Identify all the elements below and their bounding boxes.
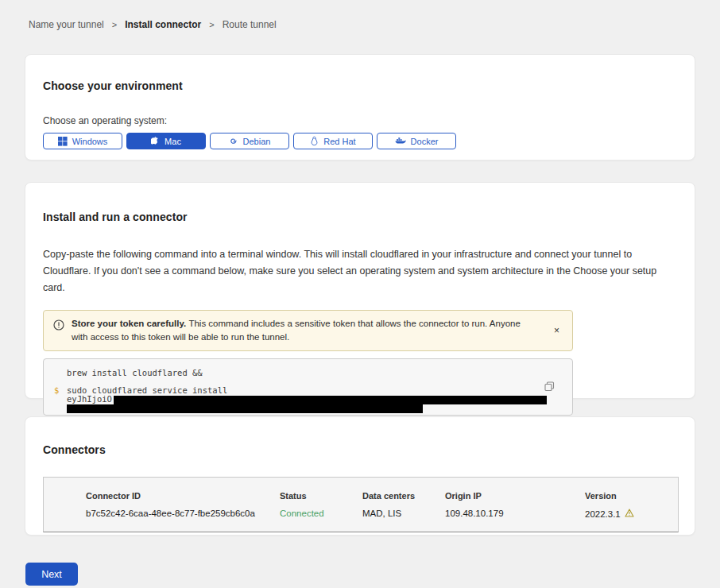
connector-version-cell: 2022.3.1	[585, 509, 678, 519]
alert-close-button[interactable]: ×	[549, 323, 564, 338]
install-command-code-block: $ brew install cloudflared && sudo cloud…	[43, 358, 573, 416]
shell-prompt: $	[54, 385, 59, 395]
token-redaction-bar	[114, 396, 547, 404]
breadcrumb: Name your tunnel > Install connector > R…	[0, 0, 720, 30]
connector-id-value: b7c52c42-6caa-48ee-8c77-fbe259cb6c0a	[86, 509, 280, 519]
debian-icon	[229, 137, 238, 146]
connector-row: b7c52c42-6caa-48ee-8c77-fbe259cb6c0a Con…	[86, 509, 678, 519]
breadcrumb-separator: >	[209, 20, 214, 29]
docker-icon	[395, 137, 406, 145]
os-button-windows[interactable]: Windows	[43, 133, 122, 149]
header-version: Version	[585, 491, 678, 501]
os-select-label: Choose an operating system:	[43, 115, 677, 126]
next-button[interactable]: Next	[25, 563, 78, 586]
windows-icon	[58, 137, 68, 146]
token-redaction-bar	[67, 404, 423, 413]
install-connector-title: Install and run a connector	[43, 211, 677, 223]
connectors-table-header: Connector ID Status Data centers Origin …	[86, 491, 678, 501]
token-prefix: eyJhIjoiO	[67, 394, 112, 404]
apple-icon	[151, 136, 160, 146]
alert-title: Store your token carefully.	[72, 319, 188, 328]
choose-environment-title: Choose your environment	[43, 79, 677, 92]
code-line-token-2	[67, 404, 561, 414]
code-line-brew: brew install cloudflared &&	[67, 369, 561, 377]
copy-command-button[interactable]	[544, 381, 555, 394]
connector-status-value: Connected	[280, 509, 362, 519]
header-origin-ip: Origin IP	[445, 491, 585, 501]
os-button-label: Docker	[411, 137, 439, 146]
breadcrumb-name-your-tunnel[interactable]: Name your tunnel	[29, 19, 104, 30]
connectors-table: Connector ID Status Data centers Origin …	[43, 477, 679, 532]
breadcrumb-install-connector[interactable]: Install connector	[125, 19, 201, 30]
header-status: Status	[280, 491, 362, 501]
os-button-label: Red Hat	[323, 137, 355, 146]
version-warning-icon	[625, 509, 634, 519]
connector-origin-ip-value: 109.48.10.179	[445, 509, 585, 519]
code-line-token: eyJhIjoiO	[67, 395, 561, 404]
breadcrumb-separator: >	[112, 20, 117, 29]
info-icon	[53, 319, 64, 334]
connector-version-value: 2022.3.1	[585, 509, 621, 519]
os-button-label: Windows	[72, 137, 108, 146]
header-data-centers: Data centers	[362, 491, 445, 501]
os-button-label: Mac	[165, 137, 181, 146]
token-warning-alert: Store your token carefully. This command…	[43, 310, 573, 351]
os-button-mac[interactable]: Mac	[126, 133, 206, 149]
connector-data-centers-value: MAD, LIS	[362, 509, 445, 519]
os-button-debian[interactable]: Debian	[210, 133, 289, 149]
choose-environment-card: Choose your environment Choose an operat…	[25, 54, 695, 161]
install-connector-card: Install and run a connector Copy-paste t…	[25, 182, 695, 399]
breadcrumb-route-tunnel[interactable]: Route tunnel	[223, 19, 277, 30]
alert-text: Store your token carefully. This command…	[72, 317, 542, 344]
os-button-label: Debian	[243, 137, 271, 146]
code-line-sudo: sudo cloudflared service install	[67, 386, 561, 395]
os-button-docker[interactable]: Docker	[377, 133, 456, 149]
install-description: Copy-paste the following command into a …	[43, 246, 677, 296]
os-button-group: Windows Mac Debian Red Hat Docker	[43, 133, 677, 149]
header-connector-id: Connector ID	[86, 491, 280, 501]
os-button-redhat[interactable]: Red Hat	[293, 133, 373, 149]
redhat-icon	[310, 136, 319, 146]
connectors-title: Connectors	[43, 443, 677, 456]
connectors-card: Connectors Connector ID Status Data cent…	[25, 416, 695, 536]
